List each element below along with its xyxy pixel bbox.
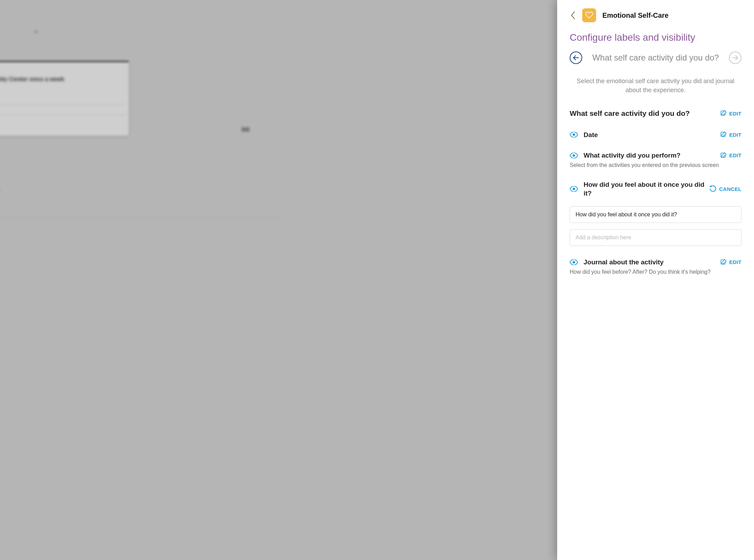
cancel-button-feel[interactable]: CANCEL (709, 185, 741, 192)
panel-title: Emotional Self-Care (602, 11, 668, 19)
bg-card-text: ommunity Center once a week (0, 76, 64, 83)
eye-icon (570, 132, 578, 137)
edit-label: EDIT (729, 111, 741, 117)
edit-label: EDIT (729, 152, 741, 158)
field-desc-journal: How did you feel before? After? Do you t… (570, 269, 741, 275)
visibility-toggle-feel[interactable] (570, 186, 578, 192)
bg-divider (0, 217, 278, 218)
feel-label-input[interactable] (570, 206, 741, 223)
bg-divider (0, 115, 125, 115)
visibility-toggle-activity[interactable] (570, 153, 578, 158)
svg-point-8 (573, 261, 575, 263)
side-panel: Emotional Self-Care Configure labels and… (557, 0, 754, 560)
helper-text: Select the emotional self care activity … (570, 77, 741, 95)
eye-icon (570, 153, 578, 158)
feel-description-input[interactable] (570, 229, 741, 246)
field-label-activity: What activity did you perform? (584, 151, 681, 160)
field-block-date: Date EDIT (570, 130, 741, 139)
chevron-left-icon (570, 11, 575, 19)
bg-divider (0, 104, 125, 105)
field-block-feel: How did you feel about it once you did i… (570, 180, 741, 246)
edit-icon (720, 131, 727, 138)
field-desc-activity: Select from the activities you entered o… (570, 162, 741, 168)
heart-icon (585, 12, 593, 19)
arrow-right-icon (732, 55, 738, 60)
edit-icon (720, 152, 727, 159)
visibility-toggle-journal[interactable] (570, 259, 578, 265)
panel-header: Emotional Self-Care (570, 8, 741, 22)
app-icon (582, 8, 596, 22)
question-nav-title: What self care activity did you do? (582, 53, 729, 63)
visibility-toggle-date[interactable] (570, 132, 578, 137)
bg-caret-icon: ⌄ (33, 26, 39, 34)
edit-button-activity[interactable]: EDIT (720, 152, 741, 159)
edit-label: EDIT (729, 259, 741, 265)
section-heading: Configure labels and visibility (570, 32, 741, 43)
eye-icon (570, 186, 578, 192)
edit-icon (720, 259, 727, 265)
edit-button-date[interactable]: EDIT (720, 131, 741, 138)
svg-point-7 (573, 188, 575, 190)
arrow-left-icon (573, 55, 579, 60)
svg-point-5 (573, 154, 575, 157)
question-nav: What self care activity did you do? (570, 51, 741, 64)
field-label-journal: Journal about the activity (584, 258, 664, 267)
edit-label: EDIT (729, 132, 741, 138)
edit-button-journal[interactable]: EDIT (720, 259, 741, 265)
prev-question-button[interactable] (570, 51, 582, 64)
bg-text-fragment: Int (242, 126, 249, 133)
eye-icon (570, 259, 578, 265)
bg-card (0, 61, 129, 136)
field-label-main: What self care activity did you do? (570, 109, 690, 118)
svg-point-3 (573, 134, 575, 136)
field-block-main: What self care activity did you do? EDIT (570, 109, 741, 118)
back-button[interactable] (570, 10, 576, 21)
field-label-date: Date (584, 130, 598, 139)
field-block-activity: What activity did you perform? EDIT Sele… (570, 151, 741, 168)
next-question-button[interactable] (729, 51, 741, 64)
edit-button-main[interactable]: EDIT (720, 110, 741, 117)
field-label-feel: How did you feel about it once you did i… (584, 180, 705, 198)
cancel-label: CANCEL (719, 186, 741, 192)
undo-icon (709, 185, 716, 192)
edit-icon (720, 110, 727, 117)
field-block-journal: Journal about the activity EDIT How did … (570, 258, 741, 275)
